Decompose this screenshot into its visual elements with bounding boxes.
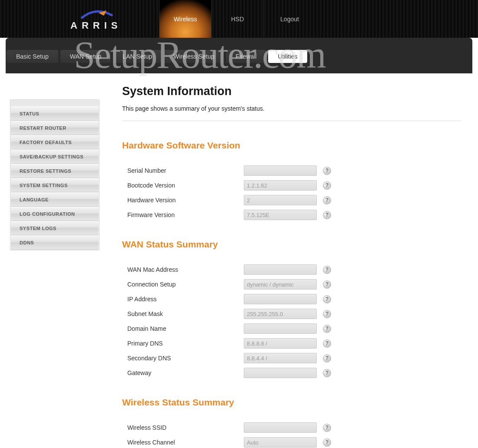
info-value: dynamic / dynamic <box>244 279 317 290</box>
primary-nav-item[interactable]: Wireless <box>159 0 211 38</box>
help-icon[interactable]: ? <box>323 325 331 333</box>
info-row: Secondary DNS8.8.4.4 /? <box>122 353 461 363</box>
info-value: 255.255.255.0 <box>244 309 317 319</box>
help-icon[interactable]: ? <box>323 424 331 432</box>
help-icon[interactable]: ? <box>323 181 331 190</box>
info-value <box>244 323 317 334</box>
info-value: 7.5.125E <box>244 210 317 220</box>
side-menu-item[interactable]: SYSTEM SETTINGS <box>11 178 99 192</box>
help-icon[interactable]: ? <box>323 280 331 289</box>
side-menu-item[interactable]: LANGUAGE <box>11 192 99 207</box>
secondary-tab[interactable]: Firewall <box>226 50 266 63</box>
section-heading-wifi: Wireless Status Summary <box>122 397 461 408</box>
form-block-wan: WAN Mac Address?Connection Setupdynamic … <box>122 264 461 378</box>
info-label: Subnet Mask <box>122 310 244 317</box>
primary-nav-item[interactable]: Logout <box>263 0 315 38</box>
info-row: Wireless SSID? <box>122 422 461 433</box>
info-label: Firmware Version <box>122 211 244 218</box>
info-label: Bootcode Version <box>122 182 244 189</box>
info-label: Hardware Version <box>122 197 244 204</box>
side-menu-item[interactable]: SYSTEM LOGS <box>11 221 99 235</box>
arris-swoosh-icon <box>79 10 113 20</box>
primary-nav-item[interactable]: HSD <box>211 0 263 38</box>
info-row: IP Address? <box>122 294 461 304</box>
info-label: Wireless SSID <box>122 424 244 431</box>
page-title: System Information <box>122 85 461 98</box>
help-icon[interactable]: ? <box>323 354 331 362</box>
info-row: Primary DNS8.8.8.8 /? <box>122 338 461 349</box>
help-icon[interactable]: ? <box>323 295 331 303</box>
topbar: ARRIS WirelessHSDLogout <box>0 0 478 38</box>
info-value: 8.8.8.8 / <box>244 338 317 349</box>
side-menu-item[interactable]: SAVE/BACKUP SETTINGS <box>11 149 99 164</box>
info-value <box>244 368 317 378</box>
info-value <box>244 422 317 433</box>
help-icon[interactable]: ? <box>323 266 331 274</box>
section-heading-hw: Hardware Software Version <box>122 140 461 151</box>
side-menu-item[interactable]: RESTART ROUTER <box>11 121 99 135</box>
brand-logo: ARRIS <box>70 10 122 31</box>
help-icon[interactable]: ? <box>323 211 331 219</box>
primary-nav: WirelessHSDLogout <box>159 0 315 38</box>
info-value: Auto <box>244 437 317 448</box>
info-value: 2 <box>244 195 317 205</box>
secondary-nav: Basic SetupWAN SetupLAN SetupWireless Se… <box>6 50 472 63</box>
help-icon[interactable]: ? <box>323 167 331 175</box>
help-icon[interactable]: ? <box>323 310 331 318</box>
info-row: Serial Number? <box>122 165 461 176</box>
info-value <box>244 264 317 275</box>
secondary-tab[interactable]: LAN Setup <box>113 50 162 63</box>
info-label: WAN Mac Address <box>122 266 244 273</box>
info-value <box>244 294 317 304</box>
help-icon[interactable]: ? <box>323 369 331 377</box>
info-row: Firmware Version7.5.125E? <box>122 210 461 220</box>
info-row: Connection Setupdynamic / dynamic? <box>122 279 461 290</box>
form-block-wifi: Wireless SSID?Wireless ChannelAuto? <box>122 422 461 448</box>
info-label: Wireless Channel <box>122 439 244 446</box>
help-icon[interactable]: ? <box>323 339 331 348</box>
info-row: Bootcode Version1.2.1.62? <box>122 180 461 191</box>
info-value: 8.8.4.4 / <box>244 353 317 363</box>
info-label: Secondary DNS <box>122 355 244 362</box>
secondary-tab[interactable]: Basic Setup <box>7 50 58 63</box>
info-label: Gateway <box>122 369 244 376</box>
info-row: WAN Mac Address? <box>122 264 461 275</box>
secondary-tab[interactable]: WAN Setup <box>60 50 111 63</box>
secondary-nav-band: Basic SetupWAN SetupLAN SetupWireless Se… <box>6 38 472 73</box>
side-menu-item[interactable]: RESTORE SETTINGS <box>11 164 99 178</box>
info-label: Domain Name <box>122 325 244 332</box>
info-row: Wireless ChannelAuto? <box>122 437 461 448</box>
info-row: Hardware Version2? <box>122 195 461 205</box>
secondary-tab[interactable]: Wireless Setup <box>164 50 224 63</box>
page-description: This page shows a summary of your system… <box>122 105 461 121</box>
info-label: Primary DNS <box>122 340 244 347</box>
brand-word: ARRIS <box>70 20 122 31</box>
side-menu-item[interactable]: FACTORY DEFAULTS <box>11 135 99 149</box>
form-block-hw: Serial Number?Bootcode Version1.2.1.62?H… <box>122 165 461 220</box>
info-label: IP Address <box>122 296 244 303</box>
info-row: Gateway? <box>122 368 461 378</box>
info-label: Serial Number <box>122 167 244 174</box>
side-menu-pad <box>11 100 99 106</box>
help-icon[interactable]: ? <box>323 438 331 447</box>
side-menu-item[interactable]: LOG CONFIGURATION <box>11 207 99 221</box>
side-menu-item[interactable]: DDNS <box>11 235 99 250</box>
main-panel: STATUSRESTART ROUTERFACTORY DEFAULTSSAVE… <box>6 73 472 448</box>
info-row: Domain Name? <box>122 323 461 334</box>
side-menu-item[interactable]: STATUS <box>11 106 99 121</box>
info-value <box>244 165 317 176</box>
help-icon[interactable]: ? <box>323 196 331 204</box>
side-menu: STATUSRESTART ROUTERFACTORY DEFAULTSSAVE… <box>10 99 100 250</box>
section-heading-wan: WAN Status Summary <box>122 239 461 250</box>
info-row: Subnet Mask255.255.255.0? <box>122 309 461 319</box>
secondary-tab[interactable]: Utilities <box>268 50 307 63</box>
info-label: Connection Setup <box>122 281 244 288</box>
info-value: 1.2.1.62 <box>244 180 317 191</box>
